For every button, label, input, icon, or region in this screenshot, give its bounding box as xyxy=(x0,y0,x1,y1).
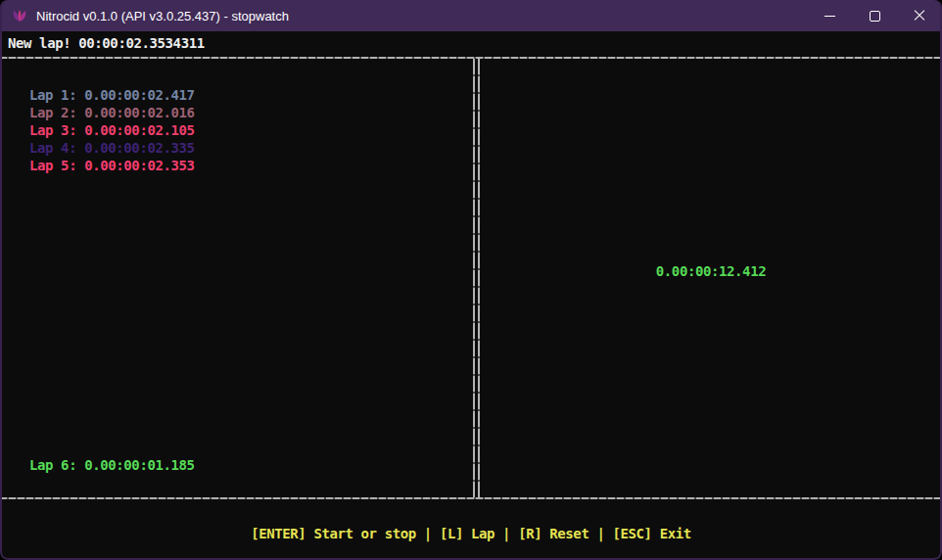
minimize-button[interactable] xyxy=(807,0,852,31)
window-controls xyxy=(807,0,942,31)
window-title: Nitrocid v0.1.0 (API v3.0.25.437) - stop… xyxy=(36,9,289,23)
nitrocid-logo-icon xyxy=(12,8,27,23)
panel-divider-left xyxy=(473,59,475,497)
lap-list: Lap 1: 0.00:00:02.417Lap 2: 0.00:00:02.0… xyxy=(29,86,195,174)
close-button[interactable] xyxy=(897,0,942,31)
titlebar: Nitrocid v0.1.0 (API v3.0.25.437) - stop… xyxy=(0,0,942,31)
lap-row: Lap 1: 0.00:00:02.417 xyxy=(29,86,195,104)
keybindings-bar: [ENTER] Start or stop | [L] Lap | [R] Re… xyxy=(0,499,942,560)
elapsed-panel: 0.00:00:12.412 xyxy=(480,59,942,497)
elapsed-time: 0.00:00:12.412 xyxy=(480,262,942,280)
lap-row: Lap 3: 0.00:00:02.105 xyxy=(29,121,195,139)
lap-row: Lap 4: 0.00:00:02.335 xyxy=(29,139,195,157)
close-icon xyxy=(914,10,925,22)
status-line: New lap! 00:00:02.3534311 xyxy=(0,31,942,57)
lap-row: Lap 2: 0.00:00:02.016 xyxy=(29,104,195,121)
current-lap: Lap 6: 0.00:00:01.185 xyxy=(29,456,195,474)
panels-area: Lap 1: 0.00:00:02.417Lap 2: 0.00:00:02.0… xyxy=(0,59,942,497)
stopwatch-screen: New lap! 00:00:02.3534311 Lap 1: 0.00:00… xyxy=(0,31,942,560)
maximize-button[interactable] xyxy=(852,0,897,31)
laps-panel: Lap 1: 0.00:00:02.417Lap 2: 0.00:00:02.0… xyxy=(0,59,473,497)
app-window: Nitrocid v0.1.0 (API v3.0.25.437) - stop… xyxy=(0,0,942,560)
minimize-icon xyxy=(824,16,835,17)
maximize-icon xyxy=(870,11,880,22)
lap-row: Lap 5: 0.00:00:02.353 xyxy=(29,157,195,174)
